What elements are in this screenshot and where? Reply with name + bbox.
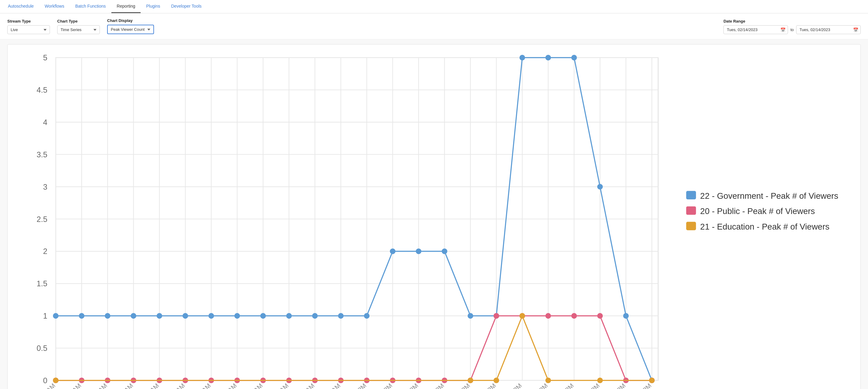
svg-point-59 bbox=[364, 313, 370, 318]
svg-point-63 bbox=[467, 313, 473, 318]
svg-text:2/14/23, 2:00:00 PM: 2/14/23, 2:00:00 PM bbox=[374, 382, 420, 389]
svg-text:0.5: 0.5 bbox=[36, 344, 47, 353]
stream-type-select[interactable]: Live VOD All bbox=[7, 25, 50, 34]
svg-point-60 bbox=[390, 248, 395, 254]
svg-text:21 - Education - Peak # of Vie: 21 - Education - Peak # of Viewers bbox=[700, 222, 830, 231]
svg-text:2/14/23, 6:00:00 AM: 2/14/23, 6:00:00 AM bbox=[167, 382, 212, 389]
svg-text:20 - Public - Peak # of Viewer: 20 - Public - Peak # of Viewers bbox=[700, 206, 815, 216]
svg-text:5: 5 bbox=[43, 53, 47, 62]
svg-point-92 bbox=[597, 313, 602, 318]
nav-autoschedule[interactable]: Autoschedule bbox=[2, 0, 39, 13]
chart-type-select[interactable]: Time Series Bar Pie bbox=[57, 25, 100, 34]
date-from-input[interactable] bbox=[723, 25, 788, 34]
svg-point-51 bbox=[157, 313, 162, 318]
chart-display-select[interactable]: Peak Viewer Count Total Views Avg Durati… bbox=[107, 25, 154, 34]
svg-text:2/14/23, 9:00:00 PM: 2/14/23, 9:00:00 PM bbox=[556, 382, 601, 389]
svg-point-61 bbox=[416, 248, 421, 254]
controls-bar: Stream Type Live VOD All Chart Type Time… bbox=[0, 13, 868, 39]
svg-text:0: 0 bbox=[43, 376, 47, 385]
svg-point-91 bbox=[571, 313, 577, 318]
chart-type-label: Chart Type bbox=[57, 19, 100, 24]
chart-type-group: Chart Type Time Series Bar Pie bbox=[57, 19, 100, 34]
svg-text:2/14/23, 3:00:00 PM: 2/14/23, 3:00:00 PM bbox=[400, 382, 445, 389]
svg-point-88 bbox=[494, 313, 499, 318]
nav-reporting[interactable]: Reporting bbox=[112, 0, 141, 13]
stream-type-label: Stream Type bbox=[7, 19, 50, 24]
nav-developer-tools[interactable]: Developer Tools bbox=[165, 0, 207, 13]
svg-text:2/14/23, 11:00:00 AM: 2/14/23, 11:00:00 AM bbox=[294, 382, 341, 389]
chart-container: .axis-label { font-size: 11px; fill: #66… bbox=[7, 44, 861, 389]
svg-text:2/14/23, 8:00:00 AM: 2/14/23, 8:00:00 AM bbox=[219, 382, 264, 389]
svg-text:2/14/23, 8:00:00 PM: 2/14/23, 8:00:00 PM bbox=[530, 382, 575, 389]
chart-display-label: Chart Display bbox=[107, 18, 154, 23]
svg-text:2/14/23, 4:00:00 AM: 2/14/23, 4:00:00 AM bbox=[115, 382, 160, 389]
nav-plugins[interactable]: Plugins bbox=[141, 0, 165, 13]
svg-point-97 bbox=[494, 378, 499, 383]
svg-point-48 bbox=[79, 313, 84, 318]
date-range-inputs: 📅 to 📅 bbox=[723, 25, 861, 34]
svg-point-65 bbox=[520, 55, 525, 60]
svg-text:22 - Government - Peak # of Vi: 22 - Government - Peak # of Viewers bbox=[700, 191, 838, 201]
svg-text:2/14/23, 5:00:00 PM: 2/14/23, 5:00:00 PM bbox=[452, 382, 497, 389]
svg-rect-126 bbox=[686, 191, 696, 199]
svg-text:2/14/23, 11:00:00 PM: 2/14/23, 11:00:00 PM bbox=[605, 382, 653, 389]
top-navigation: Autoschedule Workflows Batch Functions R… bbox=[0, 0, 868, 13]
svg-point-98 bbox=[520, 313, 525, 318]
svg-point-66 bbox=[546, 55, 551, 60]
svg-point-67 bbox=[571, 55, 577, 60]
time-series-chart: .axis-label { font-size: 11px; fill: #66… bbox=[14, 51, 854, 389]
svg-text:2/14/23, 2:00:00 AM: 2/14/23, 2:00:00 AM bbox=[64, 382, 108, 389]
svg-text:4.5: 4.5 bbox=[36, 86, 47, 94]
svg-text:2/14/23, 3:00:00 AM: 2/14/23, 3:00:00 AM bbox=[90, 382, 134, 389]
svg-text:2/14/23, 12:00:00 AM: 2/14/23, 12:00:00 AM bbox=[14, 382, 57, 389]
svg-text:2/14/23, 6:00:00 PM: 2/14/23, 6:00:00 PM bbox=[478, 382, 523, 389]
svg-point-57 bbox=[312, 313, 318, 318]
svg-text:4: 4 bbox=[43, 118, 47, 127]
svg-point-54 bbox=[234, 313, 240, 318]
svg-point-50 bbox=[130, 313, 136, 318]
svg-text:2/14/23, 7:00:00 AM: 2/14/23, 7:00:00 AM bbox=[193, 382, 238, 389]
svg-text:1.5: 1.5 bbox=[36, 279, 47, 288]
svg-point-90 bbox=[546, 313, 551, 318]
svg-point-99 bbox=[546, 378, 551, 383]
svg-point-100 bbox=[597, 378, 602, 383]
svg-text:2/14/23, 1:00:00 PM: 2/14/23, 1:00:00 PM bbox=[348, 382, 394, 389]
date-from-wrapper: 📅 bbox=[723, 25, 788, 34]
to-separator: to bbox=[790, 27, 794, 32]
svg-text:2/14/23, 10:00:00 AM: 2/14/23, 10:00:00 AM bbox=[269, 382, 316, 389]
svg-point-96 bbox=[467, 378, 473, 383]
svg-text:2/14/23, 5:00:00 AM: 2/14/23, 5:00:00 AM bbox=[141, 382, 186, 389]
svg-point-55 bbox=[260, 313, 266, 318]
svg-point-53 bbox=[209, 313, 214, 318]
svg-text:2/14/23, 7:00:00 PM: 2/14/23, 7:00:00 PM bbox=[504, 382, 549, 389]
svg-point-49 bbox=[105, 313, 110, 318]
svg-text:2: 2 bbox=[43, 247, 47, 255]
svg-text:2/14/23, 10:00:00 PM: 2/14/23, 10:00:00 PM bbox=[579, 382, 627, 389]
svg-text:2/14/23, 12:00:00 PM: 2/14/23, 12:00:00 PM bbox=[320, 382, 368, 389]
svg-point-56 bbox=[286, 313, 291, 318]
svg-rect-130 bbox=[686, 222, 696, 230]
svg-text:2.5: 2.5 bbox=[36, 215, 47, 223]
svg-point-62 bbox=[442, 248, 447, 254]
svg-point-52 bbox=[183, 313, 188, 318]
svg-text:3.5: 3.5 bbox=[36, 150, 47, 159]
svg-point-58 bbox=[338, 313, 344, 318]
svg-text:2/14/23, 9:00:00 AM: 2/14/23, 9:00:00 AM bbox=[245, 382, 290, 389]
svg-point-69 bbox=[623, 313, 628, 318]
svg-text:2/14/23, 4:00:00 PM: 2/14/23, 4:00:00 PM bbox=[426, 382, 471, 389]
svg-rect-128 bbox=[686, 206, 696, 215]
date-to-input[interactable] bbox=[796, 25, 861, 34]
chart-display-group: Chart Display Peak Viewer Count Total Vi… bbox=[107, 18, 154, 34]
nav-batch-functions[interactable]: Batch Functions bbox=[70, 0, 111, 13]
stream-type-group: Stream Type Live VOD All bbox=[7, 19, 50, 34]
svg-point-101 bbox=[649, 378, 655, 383]
svg-text:1: 1 bbox=[43, 311, 47, 320]
date-range-group: Date Range 📅 to 📅 bbox=[723, 19, 861, 34]
date-range-label: Date Range bbox=[723, 19, 861, 24]
svg-text:3: 3 bbox=[43, 183, 47, 191]
nav-workflows[interactable]: Workflows bbox=[39, 0, 70, 13]
svg-point-68 bbox=[597, 184, 602, 189]
svg-point-95 bbox=[53, 378, 58, 383]
svg-point-47 bbox=[53, 313, 58, 318]
date-to-wrapper: 📅 bbox=[796, 25, 861, 34]
